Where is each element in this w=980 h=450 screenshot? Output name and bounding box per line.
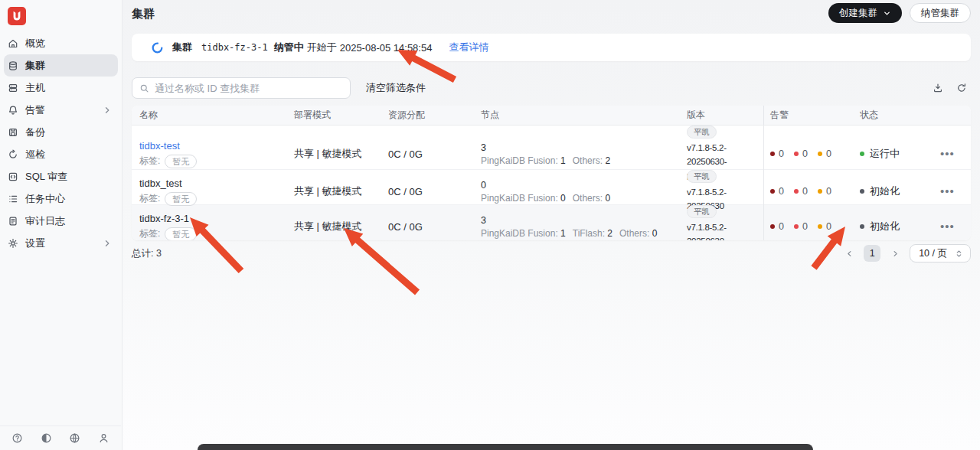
tag-pill: 暂无 — [165, 192, 197, 206]
banner-status: 纳管中 — [274, 41, 304, 54]
critical-alert-dot — [770, 189, 775, 194]
host-icon — [8, 83, 18, 93]
user-icon[interactable] — [98, 432, 109, 444]
version-text: v7.1.8-5.2-20250630 — [687, 221, 763, 240]
col-resources: 资源分配 — [388, 109, 481, 122]
tag-pill: 暂无 — [165, 155, 197, 168]
table-row[interactable]: tidbx-test 标签: 暂无 共享 | 敏捷模式 0C / 0G 3 Pi… — [132, 126, 971, 170]
alert-counts: 0 0 0 — [764, 148, 848, 159]
status-badge: 初始化 — [848, 220, 940, 233]
col-nodes: 节点 — [481, 109, 687, 122]
cluster-name-link[interactable]: tidbx-test — [139, 140, 180, 152]
table-header-row: 名称 部署模式 资源分配 节点 版本 告警 状态 — [132, 106, 971, 126]
task-center-icon — [8, 194, 18, 204]
deploy-mode: 共享 | 敏捷模式 — [294, 147, 388, 161]
banner-cluster-name: tidbx-fz-3-1 — [201, 42, 268, 53]
language-icon[interactable] — [69, 432, 80, 444]
banner-started-prefix: 开始于 — [307, 41, 337, 54]
total-count: 总计: 3 — [132, 247, 162, 260]
table-row[interactable]: tidbx-fz-3-1 标签: 暂无 共享 | 敏捷模式 0C / 0G 3 … — [132, 205, 971, 240]
app-logo — [8, 7, 26, 25]
col-version: 版本 — [687, 109, 763, 122]
clear-filters-button[interactable]: 清空筛选条件 — [366, 81, 426, 95]
warning-alert-dot — [818, 224, 822, 229]
adopt-cluster-label: 纳管集群 — [921, 7, 959, 20]
node-count: 3 — [481, 142, 687, 153]
bottom-window-edge — [198, 444, 813, 450]
vendor-tag: 平凯 — [687, 170, 717, 183]
view-details-link[interactable]: 查看详情 — [449, 41, 488, 54]
sidebar-item-label: 巡检 — [25, 148, 45, 161]
node-detail: PingKaiDB Fusion: 1TiFlash: 2Others: 0 — [481, 228, 687, 239]
warning-alert-dot — [818, 152, 822, 156]
resource-allocation: 0C / 0G — [388, 221, 481, 233]
backup-icon — [8, 127, 18, 138]
tag-label: 标签: — [139, 192, 160, 205]
theme-icon[interactable] — [41, 432, 52, 444]
adopt-cluster-button[interactable]: 纳管集群 — [910, 3, 971, 23]
sidebar-item-task-center[interactable]: 任务中心 — [4, 188, 118, 210]
sidebar-item-label: 备份 — [25, 126, 45, 139]
page-number-button[interactable]: 1 — [864, 245, 880, 262]
col-status: 状态 — [848, 109, 940, 122]
create-cluster-button[interactable]: 创建集群 — [828, 3, 902, 23]
stepper-icon — [955, 249, 963, 258]
main-content: 集群 创建集群 纳管集群 集群 tidbx-fz-3-1 纳管中 开始于 202… — [122, 0, 980, 450]
row-actions-button[interactable]: ••• — [940, 220, 955, 233]
row-actions-button[interactable]: ••• — [940, 184, 955, 197]
col-name: 名称 — [139, 109, 294, 122]
tag-label: 标签: — [139, 227, 160, 240]
sidebar-item-backup[interactable]: 备份 — [4, 121, 118, 143]
cluster-name: tidbx_test — [139, 178, 182, 189]
app-window: 概览 集群 主机 告警 备份 巡检 — [0, 0, 980, 450]
major-alert-dot — [794, 152, 799, 156]
chevron-down-icon — [883, 9, 891, 18]
major-alert-dot — [794, 189, 799, 194]
sidebar: 概览 集群 主机 告警 备份 巡检 — [0, 0, 122, 450]
vendor-tag: 平凯 — [687, 205, 717, 218]
chevron-right-icon — [103, 106, 112, 115]
chevron-right-icon — [103, 239, 112, 248]
page-title: 集群 — [132, 7, 155, 21]
page-size-select[interactable]: 10 / 页 — [910, 244, 971, 262]
adoption-banner: 集群 tidbx-fz-3-1 纳管中 开始于 2025-08-05 14:58… — [132, 34, 971, 61]
sidebar-item-label: 审计日志 — [25, 214, 65, 228]
next-page-button[interactable] — [887, 246, 903, 261]
sidebar-item-hosts[interactable]: 主机 — [4, 77, 118, 99]
search-input[interactable] — [155, 83, 343, 94]
refresh-icon[interactable] — [956, 83, 967, 93]
prev-page-button[interactable] — [841, 246, 857, 261]
cluster-icon — [8, 60, 18, 71]
sidebar-item-clusters[interactable]: 集群 — [4, 54, 118, 77]
node-detail: PingKaiDB Fusion: 0Others: 0 — [481, 193, 687, 204]
help-icon[interactable] — [11, 432, 23, 444]
cluster-name: tidbx-fz-3-1 — [139, 213, 189, 224]
header-actions: 创建集群 纳管集群 — [828, 3, 971, 23]
sidebar-item-inspection[interactable]: 巡检 — [4, 143, 118, 165]
sidebar-item-label: 任务中心 — [25, 192, 65, 206]
sidebar-item-label: 主机 — [25, 81, 45, 95]
status-badge: 初始化 — [848, 184, 940, 198]
node-count: 3 — [481, 215, 687, 226]
audit-log-icon — [8, 216, 18, 227]
pagination: 1 10 / 页 — [841, 244, 971, 262]
row-actions-button[interactable]: ••• — [940, 147, 955, 160]
table-row[interactable]: tidbx_test 标签: 暂无 共享 | 敏捷模式 0C / 0G 0 Pi… — [132, 170, 971, 205]
settings-icon — [8, 238, 18, 249]
sidebar-item-sql-review[interactable]: SQL 审查 — [4, 165, 118, 188]
col-alerts: 告警 — [763, 106, 848, 125]
sidebar-item-audit-log[interactable]: 审计日志 — [4, 210, 118, 232]
node-count: 0 — [481, 180, 687, 191]
sidebar-item-alerts[interactable]: 告警 — [4, 99, 118, 121]
sql-review-icon — [8, 171, 18, 182]
tag-pill: 暂无 — [165, 227, 197, 240]
sidebar-item-overview[interactable]: 概览 — [4, 32, 118, 54]
sidebar-item-settings[interactable]: 设置 — [4, 232, 118, 254]
resource-allocation: 0C / 0G — [388, 148, 481, 160]
banner-started-time: 2025-08-05 14:58:54 — [340, 42, 433, 54]
download-icon[interactable] — [933, 83, 943, 93]
alert-icon — [8, 105, 18, 116]
deploy-mode: 共享 | 敏捷模式 — [294, 184, 388, 198]
critical-alert-dot — [770, 224, 775, 229]
cluster-search-box[interactable] — [132, 77, 351, 99]
